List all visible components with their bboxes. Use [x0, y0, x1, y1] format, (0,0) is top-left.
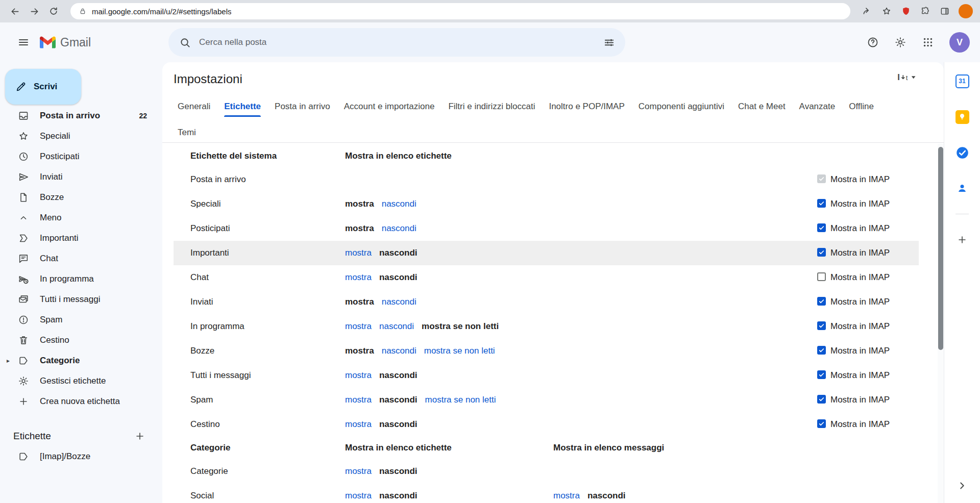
tasks-button[interactable] [952, 142, 972, 163]
user-label-imap-bozze[interactable]: [Imap]/Bozze [0, 446, 162, 467]
imap-checkbox[interactable] [817, 223, 826, 232]
sidebar-item-cestino[interactable]: Cestino [0, 330, 162, 350]
sidebar-item-bozze[interactable]: Bozze [0, 187, 162, 208]
refresh-button[interactable] [46, 4, 61, 19]
option-mostra[interactable]: mostra [553, 491, 580, 500]
option-mostra[interactable]: mostra [345, 248, 372, 258]
option-mostra[interactable]: mostra [345, 297, 374, 307]
forward-button[interactable] [27, 4, 42, 19]
collapse-side-panel-button[interactable] [952, 475, 972, 496]
sidebar-item-tutti-i-messaggi[interactable]: Tutti i messaggi [0, 289, 162, 310]
imap-checkbox[interactable] [817, 346, 826, 355]
option-mostra-se-non-letti[interactable]: mostra se non letti [424, 346, 495, 356]
option-mostra[interactable]: mostra [345, 419, 372, 429]
compose-button[interactable]: Scrivi [5, 69, 81, 105]
imap-checkbox[interactable] [817, 370, 826, 379]
imap-checkbox[interactable] [817, 321, 826, 330]
adblock-extension-button[interactable] [898, 4, 914, 19]
sidebar-item-inviati[interactable]: Inviati [0, 167, 162, 187]
option-nascondi[interactable]: nascondi [379, 395, 418, 405]
option-nascondi[interactable]: nascondi [379, 491, 418, 500]
option-nascondi[interactable]: nascondi [379, 321, 414, 331]
option-nascondi[interactable]: nascondi [379, 370, 418, 380]
sidebar-item-chat[interactable]: Chat [0, 248, 162, 269]
sidebar-item-categorie[interactable]: ▸ Categorie [0, 350, 162, 371]
imap-checkbox[interactable] [817, 297, 826, 306]
option-mostra[interactable]: mostra [345, 346, 374, 356]
browser-profile-avatar[interactable] [959, 4, 973, 18]
extensions-button[interactable] [918, 4, 933, 19]
url-bar[interactable]: mail.google.com/mail/u/2/#settings/label… [70, 3, 850, 19]
tab-posta-in-arrivo[interactable]: Posta in arrivo [275, 96, 330, 117]
option-nascondi[interactable]: nascondi [587, 491, 626, 500]
bookmark-button[interactable] [879, 4, 894, 19]
option-nascondi[interactable]: nascondi [382, 346, 416, 356]
tab-etichette[interactable]: Etichette [224, 96, 261, 117]
tab-account-e-importazione[interactable]: Account e importazione [344, 96, 435, 117]
option-mostra[interactable]: mostra [345, 466, 372, 476]
tab-avanzate[interactable]: Avanzate [799, 96, 836, 117]
create-label-button[interactable] [130, 426, 150, 446]
option-mostra[interactable]: mostra [345, 370, 372, 380]
account-avatar[interactable]: V [949, 32, 970, 53]
option-nascondi[interactable]: nascondi [379, 419, 418, 429]
option-nascondi[interactable]: nascondi [379, 466, 418, 476]
scrollbar-thumb[interactable] [938, 147, 943, 350]
option-mostra-se-non-letti[interactable]: mostra se non letti [422, 321, 499, 331]
label-name: Bozze [190, 339, 214, 363]
imap-checkbox[interactable] [817, 395, 826, 404]
option-mostra[interactable]: mostra [345, 199, 374, 209]
side-panel-button[interactable] [937, 4, 952, 19]
option-mostra[interactable]: mostra [345, 272, 372, 282]
tab-generali[interactable]: Generali [178, 96, 210, 117]
tab-temi[interactable]: Temi [178, 122, 196, 142]
option-mostra[interactable]: mostra [345, 223, 374, 233]
sidebar-item-spam[interactable]: Spam [0, 310, 162, 330]
sidebar-item-in-programma[interactable]: In programma [0, 269, 162, 289]
sidebar-item-speciali[interactable]: Speciali [0, 126, 162, 146]
tab-offline[interactable]: Offline [849, 96, 874, 117]
option-nascondi[interactable]: nascondi [379, 248, 418, 258]
back-button[interactable] [7, 4, 22, 19]
settings-button[interactable] [888, 30, 913, 55]
labels-section-title: Etichette [13, 431, 51, 442]
sidebar-item-importanti[interactable]: Importanti [0, 228, 162, 248]
expand-arrow-icon[interactable]: ▸ [7, 357, 10, 364]
imap-checkbox[interactable] [817, 199, 826, 208]
share-button[interactable] [860, 4, 875, 19]
sidebar-item-posta-in-arrivo[interactable]: Posta in arrivo 22 [0, 106, 162, 126]
option-nascondi[interactable]: nascondi [382, 199, 416, 209]
sidebar-item-crea-nuova-etichetta[interactable]: Crea nuova etichetta [0, 391, 162, 412]
sidebar-item-gestisci-etichette[interactable]: Gestisci etichette [0, 371, 162, 391]
tab-inoltro-e-pop-imap[interactable]: Inoltro e POP/IMAP [549, 96, 624, 117]
keep-button[interactable] [952, 107, 972, 127]
help-button[interactable] [861, 30, 885, 55]
option-mostra-se-non-letti[interactable]: mostra se non letti [425, 395, 496, 405]
scrollbar[interactable] [938, 144, 944, 503]
gmail-app: Gmail V [0, 22, 980, 503]
apps-grid-button[interactable] [916, 30, 940, 55]
option-nascondi[interactable]: nascondi [379, 272, 418, 282]
option-nascondi[interactable]: nascondi [382, 223, 416, 233]
input-tools-button[interactable]: It [897, 71, 917, 83]
contacts-button[interactable] [952, 178, 972, 198]
option-nascondi[interactable]: nascondi [382, 297, 416, 307]
tab-filtri-e-indirizzi-bloccati[interactable]: Filtri e indirizzi bloccati [448, 96, 535, 117]
get-addons-button[interactable] [952, 230, 972, 250]
imap-checkbox[interactable] [817, 248, 826, 257]
option-mostra[interactable]: mostra [345, 491, 372, 500]
imap-checkbox[interactable] [817, 272, 826, 281]
main-menu-button[interactable] [11, 30, 36, 55]
imap-checkbox[interactable] [817, 419, 826, 428]
option-mostra[interactable]: mostra [345, 395, 372, 405]
calendar-button[interactable]: 31 [952, 71, 972, 91]
sidebar-item-meno[interactable]: Meno [0, 208, 162, 228]
tab-componenti-aggiuntivi[interactable]: Componenti aggiuntivi [639, 96, 724, 117]
tab-chat-e-meet[interactable]: Chat e Meet [738, 96, 786, 117]
search-filters-button[interactable] [597, 30, 621, 55]
sidebar-item-posticipati[interactable]: Posticipati [0, 146, 162, 167]
option-mostra[interactable]: mostra [345, 321, 372, 331]
search-input[interactable] [197, 37, 597, 47]
search-button[interactable] [173, 30, 197, 55]
category-message-list-options: mostranascondi [553, 484, 633, 503]
